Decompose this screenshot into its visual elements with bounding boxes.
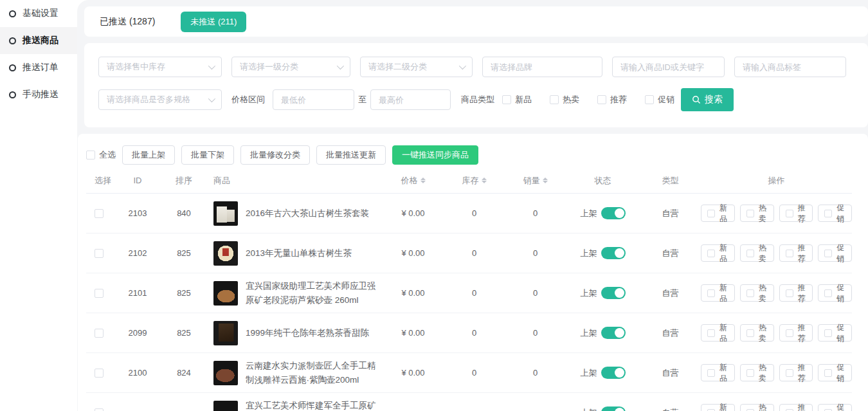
op-checkbox[interactable] xyxy=(746,409,754,411)
op-checkbox[interactable] xyxy=(707,409,715,411)
op-checkbox[interactable] xyxy=(746,210,754,217)
op-checkbox[interactable] xyxy=(746,369,754,377)
op-button-promo[interactable]: 促销 xyxy=(818,404,852,411)
op-checkbox[interactable] xyxy=(824,409,832,411)
select-all-checkbox[interactable]: 全选 xyxy=(86,149,116,161)
op-checkbox[interactable] xyxy=(786,409,793,411)
op-button-hot[interactable]: 热卖 xyxy=(740,364,774,381)
batch-push-update-button[interactable]: 批量推送更新 xyxy=(316,145,386,165)
op-button-promo[interactable]: 促销 xyxy=(818,244,852,262)
op-button-recommend[interactable]: 推荐 xyxy=(779,284,813,302)
min-price-input[interactable] xyxy=(273,89,354,110)
op-checkbox[interactable] xyxy=(746,329,754,337)
select-placeholder: 请选择一级分类 xyxy=(240,61,298,73)
op-button-hot[interactable]: 热卖 xyxy=(740,205,774,222)
op-checkbox[interactable] xyxy=(707,289,715,297)
op-button-recommend[interactable]: 推荐 xyxy=(779,364,813,381)
op-checkbox[interactable] xyxy=(746,289,754,297)
op-button-promo[interactable]: 促销 xyxy=(818,284,852,302)
checkbox-icon[interactable] xyxy=(597,95,606,104)
op-button-hot[interactable]: 热卖 xyxy=(740,284,774,302)
search-button[interactable]: 搜索 xyxy=(681,88,734,111)
op-button-recommend[interactable]: 推荐 xyxy=(779,244,813,262)
op-button-promo[interactable]: 促销 xyxy=(818,205,852,222)
tab-unpushed[interactable]: 未推送 (211) xyxy=(181,12,246,32)
op-button-hot[interactable]: 热卖 xyxy=(740,324,774,342)
row-checkbox[interactable] xyxy=(95,209,104,218)
op-button-recommend[interactable]: 推荐 xyxy=(779,205,813,222)
type-checkbox-hot[interactable]: 热卖 xyxy=(550,94,579,105)
op-checkbox[interactable] xyxy=(786,329,793,337)
category1-select[interactable]: 请选择一级分类 xyxy=(231,57,350,77)
multispec-select[interactable]: 请选择商品是否多规格 xyxy=(98,89,222,110)
op-button-new[interactable]: 新品 xyxy=(701,364,735,381)
tag-input[interactable] xyxy=(734,57,846,77)
checkbox-icon[interactable] xyxy=(645,95,654,104)
op-checkbox[interactable] xyxy=(786,369,793,377)
op-checkbox[interactable] xyxy=(786,289,793,297)
op-button-recommend[interactable]: 推荐 xyxy=(779,404,813,411)
op-button-new[interactable]: 新品 xyxy=(701,404,735,411)
sync-push-button[interactable]: 一键推送同步商品 xyxy=(392,145,478,165)
op-checkbox[interactable] xyxy=(824,289,832,297)
checkbox-label: 热卖 xyxy=(563,94,579,105)
op-checkbox[interactable] xyxy=(786,250,793,257)
keyword-input[interactable] xyxy=(612,57,725,77)
checkbox-icon[interactable] xyxy=(502,95,511,104)
status-toggle[interactable] xyxy=(601,287,626,299)
product-type: 自营 xyxy=(640,407,701,411)
brand-input[interactable] xyxy=(482,57,602,77)
sidebar-item-manual-push[interactable]: 手动推送 xyxy=(0,81,77,108)
op-checkbox[interactable] xyxy=(707,369,715,377)
tab-pushed[interactable]: 已推送 (1287) xyxy=(100,16,155,28)
price-sort-control[interactable] xyxy=(420,178,426,183)
status-toggle[interactable] xyxy=(601,207,626,219)
op-checkbox[interactable] xyxy=(707,210,715,217)
row-checkbox[interactable] xyxy=(95,329,104,338)
type-checkbox-new[interactable]: 新品 xyxy=(502,94,532,105)
batch-on-shelf-button[interactable]: 批量上架 xyxy=(122,145,175,165)
stock-sort-control[interactable] xyxy=(482,178,487,183)
op-checkbox[interactable] xyxy=(707,329,715,337)
sidebar-item-push-products[interactable]: 推送商品 xyxy=(0,27,77,54)
select-placeholder: 请选择二级分类 xyxy=(368,61,427,73)
checkbox-icon[interactable] xyxy=(86,151,95,160)
op-checkbox[interactable] xyxy=(707,250,715,257)
op-button-new[interactable]: 新品 xyxy=(701,244,735,262)
row-checkbox[interactable] xyxy=(95,249,104,258)
stock-select[interactable]: 请选择售中库存 xyxy=(98,57,222,77)
op-checkbox[interactable] xyxy=(824,369,832,377)
row-checkbox[interactable] xyxy=(95,289,104,298)
op-checkbox[interactable] xyxy=(824,250,832,257)
batch-off-shelf-button[interactable]: 批量下架 xyxy=(181,145,234,165)
row-checkbox[interactable] xyxy=(95,369,104,378)
op-button-new[interactable]: 新品 xyxy=(701,205,735,222)
op-button-hot[interactable]: 热卖 xyxy=(740,404,774,411)
type-checkbox-recommend[interactable]: 推荐 xyxy=(597,94,627,105)
op-button-promo[interactable]: 促销 xyxy=(818,324,852,342)
status-toggle[interactable] xyxy=(601,327,626,339)
category2-select[interactable]: 请选择二级分类 xyxy=(360,57,473,77)
op-checkbox[interactable] xyxy=(746,250,754,257)
row-checkbox[interactable] xyxy=(95,408,104,411)
op-checkbox[interactable] xyxy=(824,210,832,217)
status-toggle[interactable] xyxy=(601,367,626,379)
op-checkbox[interactable] xyxy=(786,210,793,217)
status-toggle[interactable] xyxy=(601,247,626,259)
max-price-input[interactable] xyxy=(370,89,451,110)
op-button-promo[interactable]: 促销 xyxy=(818,364,852,381)
op-button-new[interactable]: 新品 xyxy=(701,284,735,302)
op-button-recommend[interactable]: 推荐 xyxy=(779,324,813,342)
batch-edit-category-button[interactable]: 批量修改分类 xyxy=(240,145,310,165)
op-button-new[interactable]: 新品 xyxy=(701,324,735,342)
sidebar-item-basic-settings[interactable]: 基础设置 xyxy=(0,0,77,27)
sales-sort-control[interactable] xyxy=(543,178,548,183)
sidebar-item-push-orders[interactable]: 推送订单 xyxy=(0,54,77,81)
op-button-hot[interactable]: 热卖 xyxy=(740,244,774,262)
op-label: 新品 xyxy=(718,402,728,411)
op-checkbox[interactable] xyxy=(824,329,832,337)
product-table-panel: 全选 批量上架 批量下架 批量修改分类 批量推送更新 一键推送同步商品 选择 I… xyxy=(78,134,868,411)
checkbox-icon[interactable] xyxy=(550,95,559,104)
type-checkbox-promo[interactable]: 促销 xyxy=(645,94,674,105)
status-toggle[interactable] xyxy=(601,406,626,411)
